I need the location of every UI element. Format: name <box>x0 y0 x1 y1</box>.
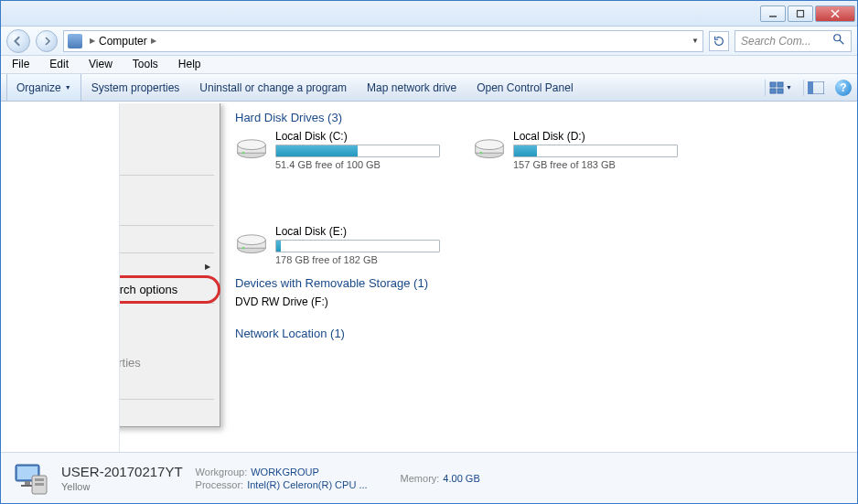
chevron-down-icon: ▼ <box>65 84 71 91</box>
toolbar: Organize▼ System properties Uninstall or… <box>1 74 857 102</box>
drive-name: DVD RW Drive (F:) <box>235 295 418 308</box>
svg-rect-6 <box>770 82 776 87</box>
chevron-right-icon: ▶ <box>205 263 210 271</box>
map-drive-button[interactable]: Map network drive <box>357 74 467 101</box>
menu-properties[interactable]: Properties <box>120 374 218 397</box>
help-button[interactable]: ? <box>835 80 852 96</box>
menu-rename[interactable]: Rename <box>120 328 218 351</box>
drive-name: Local Disk (E:) <box>275 225 440 238</box>
computer-name: USER-20170217YT <box>61 464 183 479</box>
forward-button[interactable] <box>36 30 58 52</box>
computer-icon <box>12 459 50 498</box>
menu-paste[interactable]: 📋Paste <box>120 150 218 173</box>
menu-remove-properties[interactable]: Remove properties <box>120 351 218 374</box>
window-controls <box>760 5 855 22</box>
organize-menu: ✂Cut ⎘Copy 📋Paste Undo Redo Select all ▭… <box>120 103 220 427</box>
chevron-right-icon: ▶ <box>151 37 156 45</box>
view-mode-button[interactable]: ▼ <box>765 80 796 96</box>
memory-value: 4.00 GB <box>443 473 479 484</box>
workgroup-label: Workgroup: <box>196 466 248 477</box>
drive-c[interactable]: Local Disk (C:) 51.4 GB free of 100 GB <box>235 130 418 170</box>
menu-edit[interactable]: Edit <box>46 57 72 72</box>
usage-fill <box>276 145 358 156</box>
svg-point-23 <box>242 247 245 250</box>
status-name-col: USER-20170217YT Yellow <box>61 464 183 492</box>
svg-rect-29 <box>35 478 44 481</box>
memory-label: Memory: <box>401 473 440 484</box>
search-input[interactable]: Search Com... <box>735 30 852 52</box>
menu-redo[interactable]: Redo <box>120 200 218 223</box>
drive-d[interactable]: Local Disk (D:) 157 GB free of 183 GB <box>473 130 656 170</box>
status-memory-col: Memory:4.00 GB <box>401 473 480 484</box>
search-icon <box>832 33 845 48</box>
preview-pane-button[interactable] <box>803 80 828 96</box>
organize-button[interactable]: Organize▼ <box>6 74 81 101</box>
close-button[interactable] <box>815 5 855 22</box>
hdd-icon <box>235 225 268 258</box>
breadcrumb-dropdown-icon[interactable]: ▼ <box>692 37 699 45</box>
menu-view[interactable]: View <box>85 57 116 72</box>
menubar: File Edit View Tools Help <box>1 56 857 74</box>
menu-folder-options[interactable]: Folder and search options <box>120 278 218 301</box>
status-subtitle: Yellow <box>61 481 183 492</box>
navigation-bar: ▶ Computer ▶ ▼ Search Com... <box>1 27 857 56</box>
menu-separator <box>120 303 214 304</box>
svg-point-19 <box>480 152 483 155</box>
drive-e[interactable]: Local Disk (E:) 178 GB free of 182 GB <box>235 225 418 265</box>
organize-label: Organize <box>16 81 61 94</box>
svg-point-14 <box>238 140 266 150</box>
svg-rect-11 <box>808 81 813 94</box>
minimize-button[interactable] <box>760 5 786 22</box>
uninstall-button[interactable]: Uninstall or change a program <box>189 74 357 101</box>
toolbar-right: ▼ ? <box>765 80 852 96</box>
drive-name: Local Disk (C:) <box>275 130 440 143</box>
menu-select-all[interactable]: Select all <box>120 228 218 251</box>
usage-bar <box>275 240 440 252</box>
svg-rect-8 <box>770 89 776 93</box>
details-pane: USER-20170217YT Yellow Workgroup:WORKGRO… <box>1 452 857 503</box>
chevron-right-icon: ▶ <box>90 37 95 45</box>
svg-point-18 <box>476 140 504 150</box>
menu-tools[interactable]: Tools <box>129 57 162 72</box>
menu-file[interactable]: File <box>8 57 33 72</box>
navigation-pane[interactable] <box>1 103 120 452</box>
status-workgroup-col: Workgroup:WORKGROUP Processor:Intel(R) C… <box>196 466 368 490</box>
usage-bar <box>275 145 440 157</box>
menu-cut[interactable]: ✂Cut <box>120 104 218 127</box>
menu-undo[interactable]: Undo <box>120 177 218 200</box>
section-network-location[interactable]: Network Location (1) <box>235 327 842 340</box>
menu-separator <box>120 175 214 176</box>
refresh-button[interactable] <box>709 31 729 51</box>
section-removable-storage[interactable]: Devices with Removable Storage (1) <box>235 276 842 290</box>
hdd-icon <box>235 130 268 163</box>
menu-separator <box>120 225 214 226</box>
svg-rect-7 <box>778 82 783 87</box>
usage-fill <box>514 145 537 156</box>
svg-rect-30 <box>35 483 44 486</box>
menu-separator <box>120 252 214 253</box>
back-button[interactable] <box>6 29 30 53</box>
menu-delete[interactable]: ✕Delete <box>120 306 218 328</box>
system-properties-button[interactable]: System properties <box>81 74 190 101</box>
breadcrumb-item[interactable]: Computer <box>99 35 147 48</box>
svg-line-5 <box>840 40 843 44</box>
drive-f[interactable]: DVD RW Drive (F:) <box>235 295 418 310</box>
svg-rect-26 <box>25 481 30 485</box>
window-titlebar <box>1 1 857 27</box>
chevron-down-icon: ▼ <box>786 84 792 91</box>
maximize-button[interactable] <box>788 5 813 22</box>
breadcrumb[interactable]: ▶ Computer ▶ ▼ <box>63 30 703 52</box>
menu-close[interactable]: Close <box>120 402 218 424</box>
drive-free-text: 51.4 GB free of 100 GB <box>275 159 440 170</box>
menu-copy[interactable]: ⎘Copy <box>120 127 218 150</box>
hdd-icon <box>473 130 506 163</box>
open-control-panel-button[interactable]: Open Control Panel <box>467 74 583 101</box>
menu-layout[interactable]: ▭Layout▶ <box>120 255 218 278</box>
drive-free-text: 157 GB free of 183 GB <box>513 159 678 170</box>
computer-icon <box>68 34 82 48</box>
svg-rect-9 <box>778 89 783 93</box>
section-hard-disk-drives[interactable]: Hard Disk Drives (3) <box>235 111 842 124</box>
menu-help[interactable]: Help <box>175 57 205 72</box>
svg-rect-1 <box>798 10 804 16</box>
svg-point-4 <box>834 35 841 41</box>
